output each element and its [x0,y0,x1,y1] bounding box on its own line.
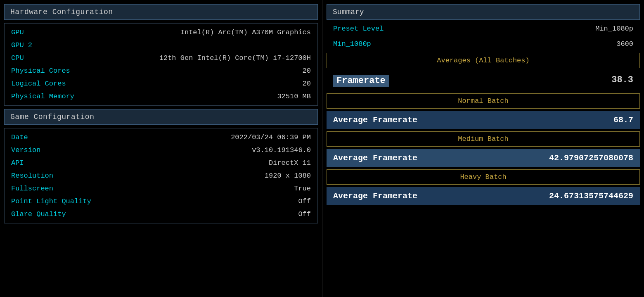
physical-cores-label: Physical Cores [11,67,70,75]
resolution-row: Resolution 1920 x 1080 [5,169,317,182]
logical-cores-label: Logical Cores [11,80,66,88]
version-row: Version v3.10.191346.0 [5,144,317,157]
gpu2-row: GPU 2 [5,39,317,52]
gpu-value: Intel(R) Arc(TM) A370M Graphics [180,29,311,36]
point-light-quality-label: Point Light Quality [11,197,91,205]
physical-cores-value: 20 [303,67,311,75]
glare-quality-label: Glare Quality [11,210,66,218]
gpu2-label: GPU 2 [11,41,32,49]
heavy-batch-framerate-row: Average Framerate 24.67313575744629 [327,187,640,205]
min-1080p-value: 3600 [616,40,633,48]
cpu-row: CPU 12th Gen Intel(R) Core(TM) i7-12700H [5,52,317,64]
fullscreen-label: Fullscreen [11,185,53,192]
fullscreen-value: True [294,185,311,192]
cpu-value: 12th Gen Intel(R) Core(TM) i7-12700H [159,54,311,62]
normal-batch-framerate-value: 68.7 [613,115,633,125]
preset-level-row: Preset Level Min_1080p [327,22,640,35]
date-row: Date 2022/03/24 06:39 PM [5,131,317,144]
min-1080p-label: Min_1080p [333,40,371,48]
normal-batch-framerate-row: Average Framerate 68.7 [327,111,640,129]
all-batches-label: Averages (All Batches) [327,53,640,68]
resolution-label: Resolution [11,172,53,180]
framerate-label: Framerate [333,75,389,87]
medium-batch-framerate-label: Average Framerate [333,153,417,163]
version-label: Version [11,146,40,154]
api-value: DirectX 11 [269,159,311,167]
api-row: API DirectX 11 [5,157,317,169]
heavy-batch-framerate-label: Average Framerate [333,191,417,201]
cpu-label: CPU [11,54,24,62]
logical-cores-value: 20 [303,80,311,88]
point-light-quality-row: Point Light Quality Off [5,195,317,208]
date-label: Date [11,133,28,141]
right-panel: Summary Preset Level Min_1080p Min_1080p… [322,0,644,297]
glare-quality-row: Glare Quality Off [5,208,317,221]
normal-batch-framerate-label: Average Framerate [333,115,417,125]
normal-batch-label: Normal Batch [327,93,640,109]
api-label: API [11,159,24,167]
medium-batch-framerate-value: 42.97907257080078 [549,153,633,163]
preset-level-value: Min_1080p [595,25,633,33]
framerate-value: 38.3 [611,75,633,87]
summary-header: Summary [327,4,640,20]
game-config-content: Date 2022/03/24 06:39 PM Version v3.10.1… [4,128,318,223]
physical-memory-value: 32510 MB [277,93,311,100]
heavy-batch-framerate-value: 24.67313575744629 [549,191,633,201]
heavy-batch-label: Heavy Batch [327,169,640,185]
hardware-config-header: Hardware Configuration [4,4,318,20]
physical-memory-label: Physical Memory [11,93,74,100]
min-1080p-row: Min_1080p 3600 [327,38,640,50]
logical-cores-row: Logical Cores 20 [5,77,317,90]
version-value: v3.10.191346.0 [252,146,311,154]
point-light-quality-value: Off [298,197,311,205]
preset-level-label: Preset Level [333,25,384,33]
hardware-config-content: GPU Intel(R) Arc(TM) A370M Graphics GPU … [4,23,318,106]
date-value: 2022/03/24 06:39 PM [231,133,311,141]
physical-cores-row: Physical Cores 20 [5,64,317,77]
physical-memory-row: Physical Memory 32510 MB [5,90,317,103]
gpu-label: GPU [11,29,24,36]
medium-batch-framerate-row: Average Framerate 42.97907257080078 [327,149,640,167]
game-config-header: Game Configuration [4,109,318,125]
gpu-row: GPU Intel(R) Arc(TM) A370M Graphics [5,26,317,39]
left-panel: Hardware Configuration GPU Intel(R) Arc(… [0,0,322,297]
framerate-row: Framerate 38.3 [327,71,640,91]
medium-batch-label: Medium Batch [327,131,640,147]
fullscreen-row: Fullscreen True [5,182,317,195]
resolution-value: 1920 x 1080 [265,172,311,180]
glare-quality-value: Off [298,210,311,218]
